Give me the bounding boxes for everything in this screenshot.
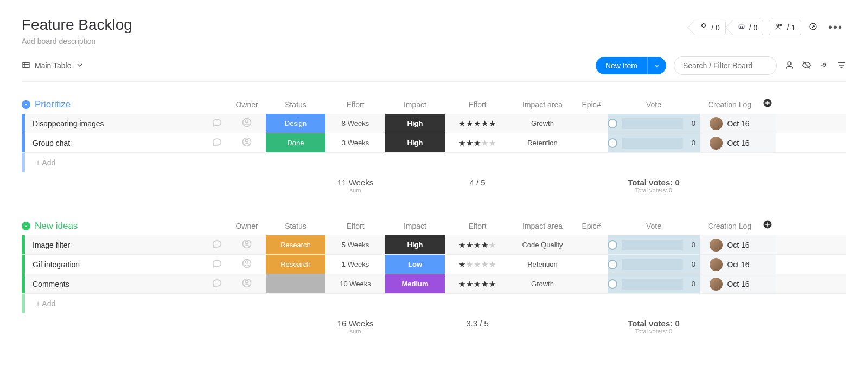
owner-cell[interactable] xyxy=(228,258,266,271)
effort-cell[interactable]: 10 Weeks xyxy=(326,280,385,288)
rating-cell[interactable]: ★★★★★ xyxy=(445,138,510,148)
impact-area-cell[interactable]: Retention xyxy=(510,260,575,268)
integrations-chip[interactable]: / 0 xyxy=(693,20,726,35)
column-header[interactable]: Impact area xyxy=(510,100,575,109)
vote-cell[interactable]: 0 xyxy=(608,235,700,254)
board-description[interactable]: Add board description xyxy=(22,37,132,46)
creation-log-cell[interactable]: Oct 16 xyxy=(700,114,760,133)
rating-cell[interactable]: ★★★★★ xyxy=(445,279,510,289)
add-column-button[interactable] xyxy=(760,98,776,111)
column-header[interactable]: Status xyxy=(266,100,326,109)
vote-cell[interactable]: 0 xyxy=(608,274,700,293)
vote-cell[interactable]: 0 xyxy=(608,114,700,133)
impact-area-cell[interactable]: Retention xyxy=(510,139,575,147)
status-cell[interactable]: Design xyxy=(266,114,326,133)
column-header[interactable]: Owner xyxy=(228,100,266,109)
table-row[interactable]: Image filter Research 5 Weeks High ★★★★★… xyxy=(22,235,846,255)
comment-icon[interactable] xyxy=(206,137,228,149)
vote-cell[interactable]: 0 xyxy=(608,255,700,274)
column-header[interactable]: Owner xyxy=(228,222,266,230)
vote-toggle[interactable] xyxy=(608,119,617,128)
owner-cell[interactable] xyxy=(228,239,266,251)
item-title[interactable]: Image filter xyxy=(33,241,206,249)
automations-chip[interactable]: / 0 xyxy=(731,20,764,35)
add-column-button[interactable] xyxy=(760,220,776,232)
item-title[interactable]: Disappearing images xyxy=(33,119,206,128)
vote-toggle[interactable] xyxy=(608,260,617,269)
group-title[interactable]: Prioritize xyxy=(22,99,228,110)
collapse-icon[interactable] xyxy=(22,100,30,109)
item-title[interactable]: Gif integration xyxy=(33,260,206,269)
more-menu[interactable]: ••• xyxy=(825,21,846,34)
status-cell[interactable]: Research xyxy=(266,235,326,254)
column-header[interactable]: Vote xyxy=(608,222,700,230)
comment-icon[interactable] xyxy=(206,258,228,271)
column-header[interactable]: Effort xyxy=(445,222,510,230)
vote-toggle[interactable] xyxy=(608,279,617,289)
impact-area-cell[interactable]: Code Quality xyxy=(510,241,575,249)
comment-icon[interactable] xyxy=(206,117,228,130)
collapse-icon[interactable] xyxy=(22,222,30,230)
column-header[interactable]: Epic# xyxy=(575,222,608,230)
column-header[interactable]: Creation Log xyxy=(700,100,760,109)
rating-cell[interactable]: ★★★★★ xyxy=(445,240,510,250)
add-row[interactable]: + Add xyxy=(22,153,846,172)
table-row[interactable]: Disappearing images Design 8 Weeks High … xyxy=(22,114,846,133)
person-filter-icon[interactable] xyxy=(784,60,794,72)
group-title[interactable]: New ideas xyxy=(22,221,228,231)
new-item-button[interactable]: New Item xyxy=(596,57,666,74)
effort-cell[interactable]: 5 Weeks xyxy=(326,241,385,249)
item-title[interactable]: Comments xyxy=(33,280,206,288)
effort-cell[interactable]: 3 Weeks xyxy=(326,139,385,147)
search-input[interactable] xyxy=(674,56,777,75)
comment-icon[interactable] xyxy=(206,278,228,290)
filter-icon[interactable] xyxy=(837,60,846,72)
add-row[interactable]: + Add xyxy=(22,294,846,313)
impact-area-cell[interactable]: Growth xyxy=(510,280,575,288)
pin-icon[interactable] xyxy=(819,60,829,72)
creation-log-cell[interactable]: Oct 16 xyxy=(700,255,760,274)
column-header[interactable]: Impact area xyxy=(510,222,575,230)
vote-cell[interactable]: 0 xyxy=(608,133,700,152)
owner-cell[interactable] xyxy=(228,137,266,149)
column-header[interactable]: Impact xyxy=(385,100,445,109)
status-cell[interactable]: Research xyxy=(266,255,326,274)
impact-cell[interactable]: High xyxy=(385,235,445,254)
column-header[interactable]: Effort xyxy=(326,222,385,230)
board-title[interactable]: Feature Backlog xyxy=(22,16,132,34)
creation-log-cell[interactable]: Oct 16 xyxy=(700,235,760,254)
impact-cell[interactable]: High xyxy=(385,114,445,133)
table-row[interactable]: Gif integration Research 1 Weeks Low ★★★… xyxy=(22,255,846,274)
impact-area-cell[interactable]: Growth xyxy=(510,119,575,127)
owner-cell[interactable] xyxy=(228,278,266,290)
impact-cell[interactable]: Low xyxy=(385,255,445,274)
owner-cell[interactable] xyxy=(228,117,266,130)
table-row[interactable]: Group chat Done 3 Weeks High ★★★★★ Reten… xyxy=(22,133,846,153)
effort-cell[interactable]: 1 Weeks xyxy=(326,260,385,268)
rating-cell[interactable]: ★★★★★ xyxy=(445,119,510,128)
hide-icon[interactable] xyxy=(802,60,812,72)
effort-cell[interactable]: 8 Weeks xyxy=(326,119,385,127)
column-header[interactable]: Impact xyxy=(385,222,445,230)
item-title[interactable]: Group chat xyxy=(33,139,206,147)
rating-cell[interactable]: ★★★★★ xyxy=(445,260,510,269)
status-cell[interactable]: Done xyxy=(266,133,326,152)
comment-icon[interactable] xyxy=(206,239,228,251)
column-header[interactable]: Vote xyxy=(608,100,700,109)
column-header[interactable]: Status xyxy=(266,222,326,230)
impact-cell[interactable]: Medium xyxy=(385,274,445,293)
members-chip[interactable]: / 1 xyxy=(769,20,801,35)
column-header[interactable]: Creation Log xyxy=(700,222,760,230)
column-header[interactable]: Effort xyxy=(326,100,385,109)
new-item-dropdown[interactable] xyxy=(647,57,666,74)
vote-toggle[interactable] xyxy=(608,240,617,250)
view-switcher[interactable]: Main Table xyxy=(22,61,84,71)
creation-log-cell[interactable]: Oct 16 xyxy=(700,274,760,293)
column-header[interactable]: Epic# xyxy=(575,100,608,109)
vote-toggle[interactable] xyxy=(608,138,617,148)
column-header[interactable]: Effort xyxy=(445,100,510,109)
impact-cell[interactable]: High xyxy=(385,133,445,152)
activity-chip[interactable] xyxy=(807,20,820,35)
creation-log-cell[interactable]: Oct 16 xyxy=(700,133,760,152)
status-cell[interactable] xyxy=(266,274,326,293)
